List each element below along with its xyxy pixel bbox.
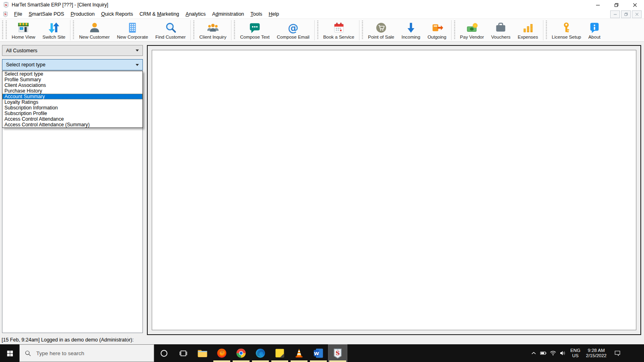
menu-item-analytics[interactable]: Analytics bbox=[182, 10, 209, 19]
taskbar-sticky-notes-button[interactable] bbox=[270, 344, 289, 362]
start-button[interactable] bbox=[0, 344, 19, 362]
menu-item-tools[interactable]: Tools bbox=[247, 10, 265, 19]
window-controls bbox=[588, 0, 644, 10]
search-input[interactable] bbox=[35, 350, 138, 357]
mdi-close-button[interactable] bbox=[632, 10, 642, 18]
running-indicator bbox=[213, 360, 230, 362]
menu-item-file[interactable]: File bbox=[11, 10, 25, 19]
clock-time: 9:28 AM bbox=[586, 348, 607, 353]
customer-filter-combobox[interactable]: All Customers bbox=[2, 45, 143, 56]
tray-chevron-button[interactable] bbox=[529, 344, 539, 362]
home-view-button[interactable]: Home View bbox=[8, 19, 39, 41]
taskbar-search[interactable] bbox=[19, 344, 154, 362]
compose-text-button[interactable]: Compose Text bbox=[236, 19, 273, 41]
expenses-button[interactable]: Expenses bbox=[514, 19, 542, 41]
report-type-combobox[interactable]: Select report type bbox=[2, 59, 143, 70]
taskbar-smartsale-button[interactable]: S bbox=[328, 344, 347, 362]
report-option-client-associations[interactable]: Client Associations bbox=[2, 82, 142, 88]
volume-button[interactable] bbox=[558, 344, 568, 362]
report-option-access-control-attendance[interactable]: Access Control Attendance bbox=[2, 116, 142, 122]
taskbar-firefox-button[interactable] bbox=[212, 344, 231, 362]
running-indicator bbox=[291, 360, 308, 362]
about-button[interactable]: About bbox=[585, 19, 604, 41]
toolbar-separator bbox=[190, 20, 191, 40]
menu-item-smartsale-pos[interactable]: SmartSale POS bbox=[25, 10, 67, 19]
compose-email-button[interactable]: @Compose Email bbox=[273, 19, 313, 41]
license-setup-button[interactable]: License Setup bbox=[548, 19, 585, 41]
report-option-subscription-information[interactable]: Subscription Information bbox=[2, 105, 142, 111]
report-option-account-summary[interactable]: Account Summary bbox=[2, 94, 142, 99]
incoming-button[interactable]: Incoming bbox=[398, 19, 424, 41]
point-of-sale-button[interactable]: Point of Sale bbox=[364, 19, 398, 41]
book-a-service-button[interactable]: Book a Service bbox=[320, 19, 358, 41]
menu-item-help[interactable]: Help bbox=[265, 10, 282, 19]
info-icon bbox=[588, 22, 601, 34]
pay-vendor-button[interactable]: Pay Vendor bbox=[456, 19, 487, 41]
system-tray: ENG US 9:28 AM 2/15/2022 bbox=[529, 344, 644, 362]
toolbar-grip bbox=[6, 21, 7, 40]
vouchers-button[interactable]: Vouchers bbox=[487, 19, 514, 41]
report-viewer bbox=[152, 50, 636, 330]
taskbar-file-explorer-button[interactable] bbox=[193, 344, 212, 362]
speaker-icon bbox=[559, 350, 566, 356]
close-button[interactable] bbox=[625, 0, 644, 10]
language-indicator[interactable]: ENG US bbox=[568, 344, 583, 362]
cortana-button[interactable] bbox=[154, 344, 173, 362]
chevron-down-icon bbox=[136, 64, 139, 66]
clock[interactable]: 9:28 AM 2/15/2022 bbox=[583, 344, 609, 362]
minimize-button[interactable] bbox=[588, 0, 607, 10]
find-customer-button[interactable]: Find Customer bbox=[152, 19, 189, 41]
svg-text:S: S bbox=[5, 3, 7, 7]
menu-item-administration[interactable]: Administration bbox=[209, 10, 247, 19]
smartsale-logo-icon: S bbox=[2, 11, 8, 17]
taskbar-word-button[interactable]: W bbox=[309, 344, 328, 362]
running-indicator bbox=[329, 360, 346, 362]
svg-text:S: S bbox=[4, 12, 6, 16]
new-corporate-button[interactable]: New Corporate bbox=[114, 19, 152, 41]
battery-button[interactable] bbox=[539, 344, 548, 362]
running-indicator bbox=[233, 360, 250, 362]
toolbar-grip bbox=[73, 21, 74, 40]
status-bar: [15 Feb, 9:24am] Logged in as demo demo … bbox=[0, 335, 644, 344]
report-option-select-report-type[interactable]: Select report type bbox=[2, 71, 142, 77]
status-text: [15 Feb, 9:24am] Logged in as demo demo … bbox=[2, 337, 134, 343]
report-option-profile-summary[interactable]: Profile Summary bbox=[2, 77, 142, 82]
language-code: ENG bbox=[570, 348, 580, 353]
start-icon bbox=[6, 350, 13, 357]
action-center-icon bbox=[613, 350, 622, 356]
report-option-access-control-attendance-summary[interactable]: Access Control Attendance (Summary) bbox=[2, 122, 142, 128]
menu-item-crm-marketing[interactable]: CRM & Marketing bbox=[136, 10, 182, 19]
arrow-out-icon bbox=[431, 22, 443, 34]
magnifier-icon bbox=[165, 22, 177, 34]
toolbar-separator bbox=[543, 20, 543, 40]
status-separator bbox=[128, 336, 128, 343]
outgoing-button[interactable]: Outgoing bbox=[424, 19, 450, 41]
action-center-button[interactable] bbox=[609, 344, 625, 362]
mdi-restore-button[interactable] bbox=[621, 10, 631, 18]
toolbar-separator bbox=[314, 20, 315, 40]
taskbar-chrome-button[interactable] bbox=[231, 344, 251, 362]
wifi-button[interactable] bbox=[548, 344, 558, 362]
taskbar-vlc-button[interactable] bbox=[289, 344, 309, 362]
menu-item-production[interactable]: Production bbox=[67, 10, 98, 19]
toolbar-button-label: Incoming bbox=[401, 35, 420, 39]
smartsale-icon: S bbox=[332, 348, 343, 359]
task-view-button[interactable] bbox=[173, 344, 193, 362]
report-option-purchase-history[interactable]: Purchase History bbox=[2, 88, 142, 94]
toolbar-separator bbox=[451, 20, 452, 40]
new-customer-button[interactable]: New Customer bbox=[75, 19, 113, 41]
switch-site-button[interactable]: Switch Site bbox=[39, 19, 69, 41]
toolbar-button-label: Switch Site bbox=[43, 35, 66, 39]
menu-item-quick-reports[interactable]: Quick Reports bbox=[98, 10, 136, 19]
taskbar-edge-button[interactable] bbox=[251, 344, 270, 362]
restore-button[interactable] bbox=[607, 0, 625, 10]
building-icon bbox=[126, 22, 138, 34]
running-indicator bbox=[252, 360, 269, 362]
chevron-up-icon bbox=[530, 350, 537, 356]
report-option-loyalty-ratings[interactable]: Loyalty Ratings bbox=[2, 99, 142, 105]
toolbar-button-label: Find Customer bbox=[155, 35, 186, 39]
mdi-minimize-button[interactable] bbox=[610, 10, 620, 18]
toolbar-button-label: Compose Email bbox=[277, 35, 310, 39]
report-option-subscription-profile[interactable]: Subscription Profile bbox=[2, 111, 142, 116]
client-inquiry-button[interactable]: Client Inquiry bbox=[196, 19, 230, 41]
